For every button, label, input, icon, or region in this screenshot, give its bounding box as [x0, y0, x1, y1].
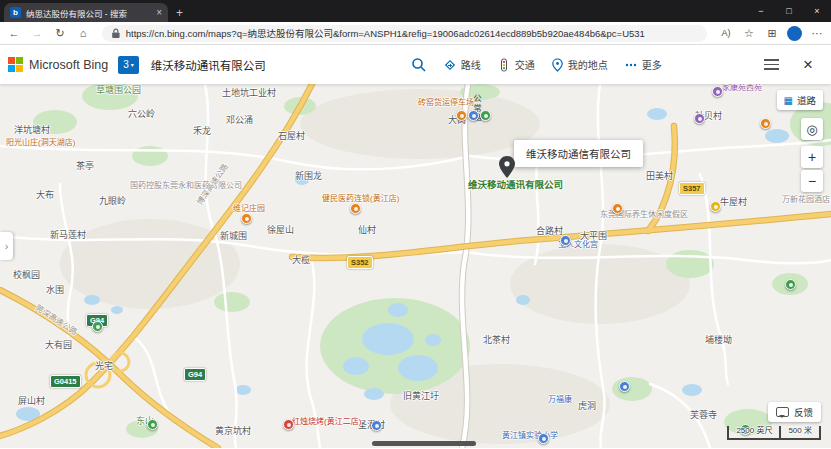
road-view-label: 道路: [797, 93, 816, 107]
maps-search-input[interactable]: [149, 58, 401, 72]
window-controls: − □ ×: [747, 0, 831, 22]
pin-icon: [499, 156, 515, 178]
map-marker-icon[interactable]: [468, 110, 479, 121]
maps-header: Microsoft Bing 3 ▾ 路线 交通: [0, 45, 831, 84]
map-marker-icon[interactable]: [241, 213, 252, 224]
read-aloud-button[interactable]: A): [718, 29, 734, 38]
map-marker-icon[interactable]: [456, 110, 467, 121]
scale-feet: 2500 英尺: [727, 426, 781, 440]
nav-label: 交通: [515, 57, 535, 72]
bing-favicon-icon: b: [10, 7, 21, 18]
map-marker-icon[interactable]: [712, 86, 723, 97]
map-marker-icon[interactable]: [560, 235, 571, 246]
location-tooltip: 维沃移动通信有限公司: [514, 140, 643, 167]
traffic-icon: [497, 58, 511, 72]
map-marker-icon[interactable]: [619, 381, 630, 392]
collections-button[interactable]: ⊞: [764, 28, 780, 39]
home-button[interactable]: ⌂: [75, 28, 91, 39]
settings-menu-button[interactable]: ⋯: [809, 28, 825, 39]
back-button[interactable]: ←: [6, 28, 22, 39]
feedback-button[interactable]: 反馈: [768, 402, 821, 422]
scrollbar-thumb[interactable]: [372, 441, 476, 446]
nav-label: 更多: [642, 57, 662, 72]
maximize-button[interactable]: □: [775, 0, 803, 22]
map-marker-icon[interactable]: [710, 201, 721, 212]
browser-titlebar: b 纳思达股份有限公司 - 搜索 × + − □ ×: [0, 0, 831, 22]
map-marker-icon[interactable]: [283, 419, 294, 430]
favorites-button[interactable]: ☆: [741, 28, 757, 39]
map-marker-icon[interactable]: [760, 118, 771, 129]
search-counter-value: 3: [123, 59, 129, 70]
browser-tab[interactable]: b 纳思达股份有限公司 - 搜索 ×: [4, 3, 168, 22]
scale-meters: 500 米: [779, 426, 821, 440]
profile-avatar[interactable]: [787, 26, 802, 41]
more-icon: [624, 58, 638, 72]
address-bar[interactable]: [102, 25, 707, 42]
map-marker-icon[interactable]: [92, 321, 103, 332]
tab-close-icon[interactable]: ×: [156, 7, 162, 18]
map-markers-layer: [0, 84, 831, 448]
bing-logo-text: Microsoft Bing: [29, 58, 108, 72]
location-pin[interactable]: [499, 156, 515, 182]
feedback-icon: [776, 407, 789, 417]
map-marker-icon[interactable]: [785, 279, 796, 290]
nav-more[interactable]: 更多: [624, 57, 662, 72]
directions-icon: [443, 58, 457, 72]
forward-button[interactable]: →: [29, 28, 45, 39]
nav-label: 路线: [461, 57, 481, 72]
refresh-button[interactable]: ↻: [52, 28, 68, 39]
feedback-label: 反馈: [794, 405, 813, 419]
search-icon[interactable]: [411, 57, 427, 73]
nav-directions[interactable]: 路线: [443, 57, 481, 72]
map-scale: 2500 英尺 500 米: [727, 426, 821, 440]
map-marker-icon[interactable]: [147, 419, 158, 430]
map-marker-icon[interactable]: [350, 203, 361, 214]
map-marker-icon[interactable]: [694, 113, 705, 124]
url-input[interactable]: [126, 28, 698, 39]
pin-icon: [551, 58, 564, 72]
zoom-in-button[interactable]: +: [801, 146, 823, 168]
bing-logo[interactable]: Microsoft Bing: [8, 57, 108, 72]
tab-title: 纳思达股份有限公司 - 搜索: [26, 7, 151, 19]
nav-traffic[interactable]: 交通: [497, 57, 535, 72]
search-counter-dropdown[interactable]: 3 ▾: [118, 56, 139, 74]
map-marker-icon[interactable]: [480, 110, 491, 121]
nav-label: 我的地点: [568, 57, 608, 72]
zoom-out-button[interactable]: −: [801, 170, 823, 192]
nav-my-places[interactable]: 我的地点: [551, 57, 608, 72]
road-view-button[interactable]: ▦ 道路: [777, 90, 823, 110]
locate-button[interactable]: ◎: [801, 118, 823, 140]
new-tab-button[interactable]: +: [176, 6, 183, 20]
lock-icon: [111, 28, 121, 39]
menu-icon[interactable]: [760, 55, 783, 74]
panel-expand-handle[interactable]: ›: [0, 232, 13, 260]
microsoft-logo-icon: [8, 57, 23, 72]
layers-icon: ▦: [784, 95, 793, 106]
chevron-down-icon: ▾: [131, 61, 134, 68]
map-viewport[interactable]: 草塘围公园土地坑工业村家康苑西苑六公岭洋坑塘村禾龙邓公涌石屋村大窝砖窑货运停车场…: [0, 84, 831, 448]
minimize-button[interactable]: −: [747, 0, 775, 22]
browser-toolbar: ← → ↻ ⌂ A) ☆ ⊞ ⋯: [0, 22, 831, 45]
map-marker-icon[interactable]: [371, 420, 382, 431]
map-marker-icon[interactable]: [612, 203, 623, 214]
map-marker-icon[interactable]: [538, 433, 549, 444]
maps-close-button[interactable]: ×: [803, 55, 813, 75]
close-button[interactable]: ×: [803, 0, 831, 22]
maps-nav: 路线 交通 我的地点 更多: [443, 57, 662, 72]
